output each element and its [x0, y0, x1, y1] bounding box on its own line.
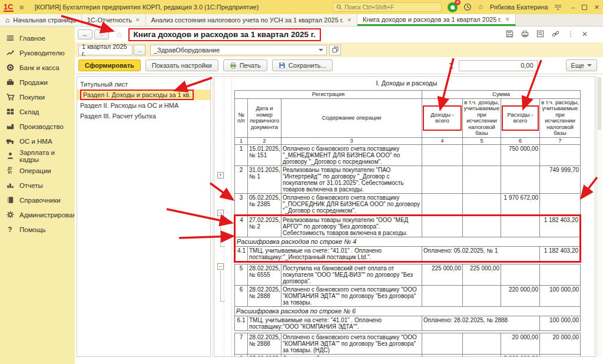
table-row[interactable]: 827.03.2025, № 337Оплачено с банковского… — [235, 354, 581, 357]
more-button[interactable]: Еще — [566, 59, 597, 71]
header-group-row: Регистрация Сумма — [235, 91, 581, 99]
group-line — [220, 270, 221, 301]
print-button[interactable]: Печать — [223, 59, 267, 71]
sidebar-item-spravochniki[interactable]: Справочники — [0, 193, 75, 207]
minimize-icon[interactable]: – — [571, 4, 575, 11]
amount-cell — [422, 354, 463, 357]
scrollbar-thumb[interactable] — [598, 77, 601, 130]
sidebar-item-proizvodstvo[interactable]: Производство — [0, 119, 75, 134]
table-row-highlighted[interactable]: 427.02.2025, № 2Реализованы товары покуп… — [235, 215, 581, 237]
section-1-income-expenses[interactable]: Раздел I. Доходы и расходы за 1 кв. — [77, 90, 210, 100]
detail-row[interactable]: 6.1ТМЦ, учитываемые на счете: "41.01" . … — [235, 316, 581, 330]
close-tab-icon[interactable]: ✕ — [135, 17, 140, 23]
table-row[interactable]: 528.02.2025, № 6555Поступила на банковск… — [235, 264, 581, 285]
save-icon[interactable] — [506, 30, 513, 38]
section-label: Раздел I. Доходы и расходы за 1 кв. — [80, 90, 194, 100]
save-button[interactable]: Сохранить... — [272, 59, 333, 71]
global-search-input[interactable]: Поиск Ctrl+Shift+F — [333, 2, 442, 12]
back-arrow-icon[interactable]: ← — [78, 29, 92, 39]
sidebar-label: Зарплата и кадры — [19, 149, 75, 163]
generate-button[interactable]: Сформировать — [78, 59, 141, 71]
close-report-icon[interactable]: ✕ — [582, 31, 588, 38]
sum-field[interactable]: 0,00 — [459, 60, 538, 71]
sidebar-item-bank-kassa[interactable]: Банк и касса — [0, 60, 75, 75]
vertical-scrollbar[interactable] — [597, 76, 602, 357]
detail-row[interactable]: 4.1ТМЦ, учитываемые на счете: "41.01" . … — [235, 246, 581, 262]
detail-header-row[interactable]: Расшифровка расходов по строке № 4 — [235, 237, 581, 246]
row-date: 28.02.2025, № 6555 — [248, 264, 281, 285]
organization-select[interactable]: _ЗдравОборудование — [150, 45, 327, 55]
forward-arrow-icon[interactable]: → — [94, 29, 109, 39]
report-window: ← → ☆ Книга доходов и расходов за 1 квар… — [75, 27, 603, 364]
discussions-icon[interactable]: 4 — [448, 2, 458, 12]
more-dots-icon[interactable]: ⋮ — [567, 31, 574, 38]
close-tab-icon[interactable]: ✕ — [505, 16, 510, 22]
section-3-loss[interactable]: Раздел III. Расчет убытка — [77, 111, 210, 121]
book-icon — [5, 196, 15, 205]
tab-home[interactable]: ⌂ Начальная страница — [0, 14, 82, 26]
amount-cell — [463, 333, 501, 354]
table-row[interactable]: 628.02.2025, № 2888Оплачено с банковског… — [235, 285, 581, 306]
sidebar-item-otchety[interactable]: Отчеты — [0, 178, 75, 193]
show-settings-button[interactable]: Показать настройки — [145, 59, 218, 71]
group-line — [220, 217, 221, 246]
favorite-star-icon[interactable]: ☆ — [115, 30, 123, 39]
table-row[interactable]: 231.01.2025, № 1Реализованы товары покуп… — [235, 166, 581, 193]
period-picker-button[interactable]: ... — [134, 45, 145, 55]
service-menu-icon[interactable] — [554, 4, 562, 11]
sidebar-item-administrirovanie[interactable]: Администрирование — [0, 207, 75, 222]
row-num: 4.1 — [235, 246, 248, 262]
dtkt-icon: ДтКт — [5, 166, 15, 176]
expand-group-icon[interactable]: + — [217, 172, 224, 178]
sidebar-item-glavnoe[interactable]: Главное — [0, 31, 75, 45]
expense-total-highlight: Расходы - всего — [502, 105, 539, 131]
amount-cell: 750 000,00 — [501, 144, 540, 166]
table-row[interactable]: 728.02.2025, № 2888Оплачено с банковског… — [235, 333, 581, 354]
maximize-icon[interactable] — [582, 5, 587, 10]
period-input[interactable]: 1 квартал 2025 г. — [78, 45, 132, 55]
section-2-os-nma[interactable]: Раздел II. Расходы на ОС и НМА — [77, 100, 210, 111]
home-icon: ⌂ — [5, 16, 9, 24]
tab-usn-analysis[interactable]: Анализ состояния налогового учета по УСН… — [146, 14, 358, 26]
favorites-star-icon[interactable]: ☆ — [478, 4, 484, 11]
print-icon[interactable] — [521, 30, 529, 38]
detail-header-row[interactable]: Расшифровка расходов по строке № 6 — [235, 306, 581, 316]
preview-icon[interactable] — [536, 30, 544, 38]
current-user[interactable]: Рябкова Екатерина — [490, 4, 548, 11]
tab-kudir[interactable]: Книга доходов и расходов за 1 квартал 20… — [357, 14, 516, 26]
collapse-group-icon[interactable]: − — [217, 210, 224, 216]
section-title-page[interactable]: Титульный лист — [77, 79, 210, 90]
report-body: Титульный лист Раздел I. Доходы и расход… — [75, 74, 603, 364]
link-icon[interactable] — [552, 30, 559, 38]
close-window-icon[interactable]: ✕ — [594, 4, 599, 11]
table-row[interactable]: 305.02.2025, № 2385Оплачено с банковског… — [235, 193, 581, 215]
sidebar-item-operacii[interactable]: ДтКтОперации — [0, 163, 75, 178]
collapse-group-icon[interactable]: − — [217, 263, 224, 270]
amount-cell — [463, 285, 501, 306]
close-tab-icon[interactable]: ✕ — [347, 17, 352, 23]
sidebar-item-rukovoditelyu[interactable]: Руководителю — [0, 45, 75, 60]
tab-1c-reporting[interactable]: 1С-Отчетность ✕ — [82, 14, 146, 26]
col-income-tax: в т.ч. доходы, учитываемые при исчислени… — [463, 98, 501, 137]
sidebar-item-pomosch[interactable]: ?Помощь — [0, 222, 75, 237]
sidebar-item-os-nma[interactable]: ОС и НМА — [0, 134, 75, 148]
kudir-table: Регистрация Сумма № п/п Дата и номер пер… — [234, 90, 581, 357]
briefcase-icon — [5, 78, 15, 87]
main-menu-icon[interactable]: ≡ — [19, 3, 28, 12]
col-expense-total: Расходы - всего — [501, 98, 540, 137]
column-numbers-row: 1234567 — [235, 137, 581, 144]
sidebar-label: Покупки — [19, 94, 45, 101]
cart-icon — [5, 92, 15, 102]
overlap-squares-icon — [332, 47, 339, 53]
history-icon[interactable] — [463, 3, 472, 11]
row-content: Оплачено с банковского счета поставщику … — [281, 285, 422, 306]
sidebar-item-zarplata-kadry[interactable]: Зарплата и кадры — [0, 148, 75, 163]
sidebar-item-pokupki[interactable]: Покупки — [0, 90, 75, 104]
open-list-button[interactable] — [329, 45, 341, 55]
question-icon: ? — [5, 225, 15, 234]
sidebar-item-sklad[interactable]: Склад — [0, 104, 75, 119]
colnum: 4 — [422, 137, 463, 144]
sidebar-item-prodazhi[interactable]: Продажи — [0, 75, 75, 90]
row-num: 1 — [235, 144, 248, 166]
table-row[interactable]: 115.01.2025, № 151Оплачено с банковского… — [235, 144, 581, 166]
